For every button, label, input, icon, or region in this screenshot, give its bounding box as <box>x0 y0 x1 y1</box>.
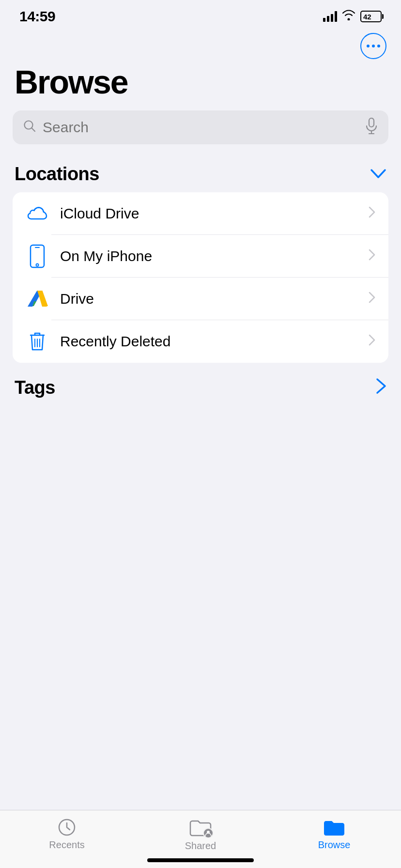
header-area <box>0 29 401 59</box>
list-item-icloud-drive[interactable]: iCloud Drive <box>13 192 388 235</box>
locations-title: Locations <box>15 164 99 185</box>
recently-deleted-label: Recently Deleted <box>60 333 368 350</box>
svg-rect-1 <box>369 118 374 127</box>
on-my-iphone-chevron-icon <box>368 248 376 264</box>
iphone-icon <box>25 244 49 268</box>
page-title: Browse <box>0 59 401 110</box>
wifi-icon <box>342 10 355 23</box>
icloud-drive-chevron-icon <box>368 206 376 222</box>
drive-label: Drive <box>60 291 368 307</box>
more-dots-icon <box>367 45 380 47</box>
on-my-iphone-label: On My iPhone <box>60 248 368 264</box>
status-icons: 42 <box>323 10 382 23</box>
tab-shared[interactable]: Shared <box>134 818 267 852</box>
person-badge-icon <box>203 828 214 838</box>
locations-section-header[interactable]: Locations <box>0 159 401 192</box>
icloud-drive-label: iCloud Drive <box>60 205 368 222</box>
search-container <box>0 110 401 159</box>
status-bar: 14:59 42 <box>0 0 401 29</box>
recents-tab-label: Recents <box>49 839 84 851</box>
trash-icon <box>25 330 49 353</box>
list-item-drive[interactable]: Drive <box>13 278 388 320</box>
shared-tab-label: Shared <box>185 840 216 852</box>
google-drive-icon <box>25 289 49 309</box>
status-time: 14:59 <box>19 8 55 25</box>
battery-icon: 42 <box>360 11 382 22</box>
svg-point-6 <box>36 264 39 266</box>
browse-tab-label: Browse <box>318 839 351 851</box>
battery-level: 42 <box>363 13 371 21</box>
more-button[interactable] <box>360 33 386 59</box>
tab-browse[interactable]: Browse <box>267 818 401 851</box>
home-indicator <box>147 858 254 862</box>
tags-section-header[interactable]: Tags <box>0 363 401 398</box>
tags-chevron-right-icon[interactable] <box>376 378 386 398</box>
shared-icon <box>189 818 212 837</box>
locations-chevron-down-icon[interactable] <box>370 165 386 183</box>
search-bar[interactable] <box>13 110 388 144</box>
search-input[interactable] <box>43 119 358 136</box>
signal-icon <box>323 11 337 22</box>
tab-recents[interactable]: Recents <box>0 818 134 851</box>
microphone-icon[interactable] <box>365 118 378 138</box>
icloud-drive-icon <box>25 205 49 222</box>
recently-deleted-chevron-icon <box>368 334 376 350</box>
drive-chevron-icon <box>368 291 376 307</box>
tags-title: Tags <box>15 377 55 398</box>
list-item-recently-deleted[interactable]: Recently Deleted <box>13 320 388 363</box>
browse-icon <box>323 818 345 837</box>
recents-icon <box>58 818 76 837</box>
locations-list: iCloud Drive On My iPhone <box>13 192 388 363</box>
list-item-on-my-iphone[interactable]: On My iPhone <box>13 235 388 278</box>
search-icon <box>23 120 36 136</box>
